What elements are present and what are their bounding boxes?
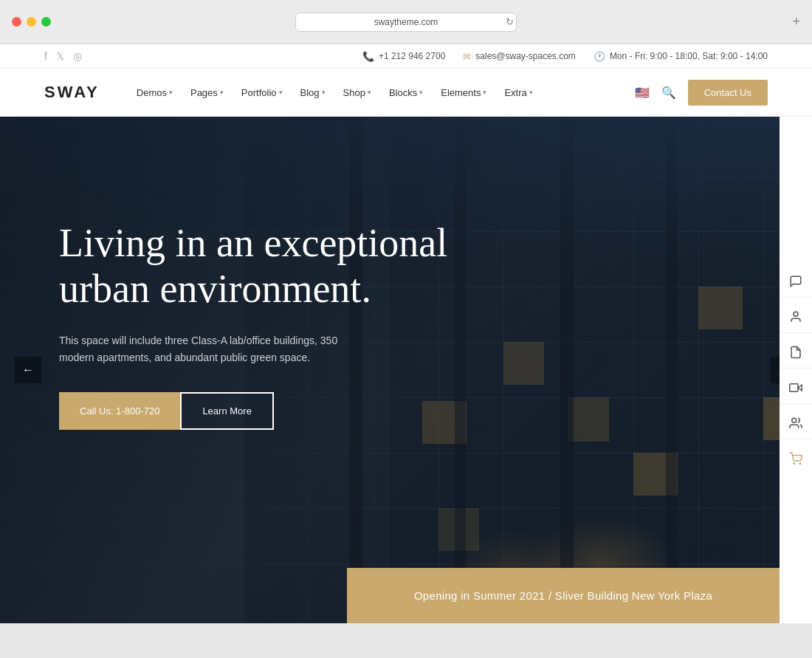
nav-item-blog[interactable]: Blog ▾ xyxy=(293,81,333,104)
new-tab-button[interactable]: + xyxy=(792,14,800,30)
hero-subtitle: This space will include three Class-A la… xyxy=(59,332,369,366)
svg-rect-2 xyxy=(790,383,798,391)
address-bar[interactable]: swaytheme.com xyxy=(295,13,517,32)
search-icon[interactable]: 🔍 xyxy=(661,86,676,100)
hero-prev-arrow[interactable]: ← xyxy=(15,357,41,383)
maximize-button[interactable] xyxy=(41,17,51,27)
minimize-button[interactable] xyxy=(27,17,36,27)
email-info: ✉ sales@sway-spaces.com xyxy=(463,51,576,62)
svg-point-5 xyxy=(799,463,801,465)
phone-icon: 📞 xyxy=(362,51,374,62)
call-button[interactable]: Call Us: 1-800-720 xyxy=(59,392,180,430)
hours-info: 🕐 Mon - Fri: 9:00 - 18:00, Sat: 9:00 - 1… xyxy=(593,51,768,62)
cart-icon[interactable] xyxy=(780,442,812,475)
email-icon: ✉ xyxy=(463,51,471,62)
chevron-down-icon: ▾ xyxy=(419,89,423,96)
chevron-down-icon: ▾ xyxy=(169,89,173,96)
chevron-down-icon: ▾ xyxy=(529,89,533,96)
twitter-icon[interactable]: 𝕏 xyxy=(56,50,64,62)
social-icons: f 𝕏 ◎ xyxy=(44,50,82,62)
chevron-down-icon: ▾ xyxy=(279,89,283,96)
bottom-banner-text: Opening in Summer 2021 / Sliver Building… xyxy=(414,589,712,602)
nav-item-blocks[interactable]: Blocks ▾ xyxy=(382,81,430,104)
clock-icon: 🕐 xyxy=(593,51,605,62)
hero-buttons: Call Us: 1-800-720 Learn More xyxy=(59,392,472,430)
phone-info: 📞 +1 212 946 2700 xyxy=(362,51,445,62)
chevron-down-icon: ▾ xyxy=(322,89,326,96)
language-flag[interactable]: 🇺🇸 xyxy=(635,86,650,100)
nav-item-pages[interactable]: Pages ▾ xyxy=(183,81,231,104)
nav-item-portfolio[interactable]: Portfolio ▾ xyxy=(234,81,290,104)
hero-section: Living in an exceptional urban environme… xyxy=(0,117,812,623)
bottom-banner: Opening in Summer 2021 / Sliver Building… xyxy=(347,568,780,623)
file-icon[interactable] xyxy=(780,336,812,369)
svg-marker-1 xyxy=(798,385,802,391)
reload-icon[interactable]: ↻ xyxy=(506,16,514,27)
close-button[interactable] xyxy=(12,17,21,27)
traffic-lights xyxy=(12,17,51,27)
svg-point-3 xyxy=(792,418,796,422)
facebook-icon[interactable]: f xyxy=(44,50,47,62)
nav-item-extra[interactable]: Extra ▾ xyxy=(497,81,540,104)
svg-point-0 xyxy=(794,312,798,316)
instagram-icon[interactable]: ◎ xyxy=(73,50,82,62)
hero-content: Living in an exceptional urban environme… xyxy=(59,220,472,430)
nav-item-demos[interactable]: Demos ▾ xyxy=(129,81,180,104)
nav-links: Demos ▾ Pages ▾ Portfolio ▾ Blog ▾ Shop … xyxy=(129,81,635,104)
browser-chrome: swaytheme.com ↻ + xyxy=(0,0,812,44)
nav-right: 🇺🇸 🔍 Contact Us xyxy=(635,80,768,106)
website: f 𝕏 ◎ 📞 +1 212 946 2700 ✉ sales@sway-spa… xyxy=(0,44,812,623)
video-icon[interactable] xyxy=(780,371,812,404)
chat-icon[interactable] xyxy=(780,265,812,298)
chevron-down-icon: ▾ xyxy=(483,89,486,96)
user-circle-icon[interactable] xyxy=(780,301,812,333)
svg-point-4 xyxy=(794,463,795,465)
learn-more-button[interactable]: Learn More xyxy=(180,392,273,430)
users-icon[interactable] xyxy=(780,407,812,439)
side-icons-panel xyxy=(780,117,812,623)
top-bar: f 𝕏 ◎ 📞 +1 212 946 2700 ✉ sales@sway-spa… xyxy=(0,44,812,69)
nav-item-elements[interactable]: Elements ▾ xyxy=(433,81,494,104)
contact-button[interactable]: Contact Us xyxy=(688,80,768,106)
nav-item-shop[interactable]: Shop ▾ xyxy=(336,81,379,104)
navbar: SWAY Demos ▾ Pages ▾ Portfolio ▾ Blog ▾ … xyxy=(0,69,812,117)
chevron-down-icon: ▾ xyxy=(368,89,371,96)
hero-title: Living in an exceptional urban environme… xyxy=(59,220,472,312)
logo[interactable]: SWAY xyxy=(44,83,100,102)
arrow-left-icon: ← xyxy=(22,363,34,377)
chevron-down-icon: ▾ xyxy=(220,89,224,96)
